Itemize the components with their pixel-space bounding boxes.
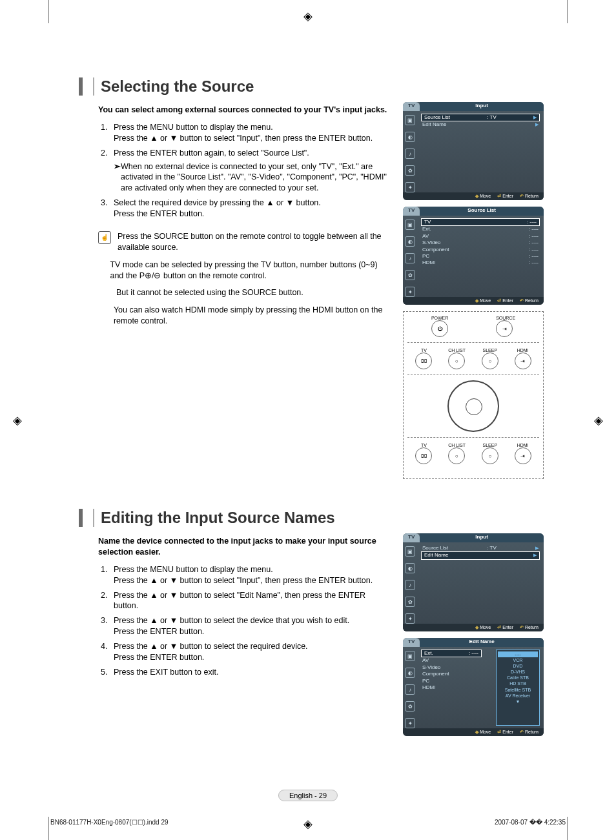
chlist-button-icon: ○ — [448, 353, 465, 369]
osd-row: Ext.: ---- — [421, 226, 540, 232]
osd-source-list-panel: TV Source List ▣◐♪✿✦ TV: ---- Ext.: ----… — [403, 207, 544, 305]
step-note: When no external device is connected to … — [121, 161, 391, 194]
registration-mark-top: ◈ — [303, 9, 313, 23]
osd-row-label: Ext. — [422, 226, 431, 232]
print-file-name: BN68-01177H-X0Eng-0807(☐☐).indd 29 — [50, 819, 169, 826]
step-text: Press the ENTER button. — [114, 627, 204, 636]
hdmi-button-icon: ⇥ — [515, 447, 531, 464]
step-text: Press the ▲ or ▼ button to select the de… — [114, 616, 349, 625]
remote-control-diagram: POWER⏻ SOURCE⇥ TV⌧ CH LIST○ SLEEP○ HDMI⇥… — [403, 311, 544, 479]
osd-row: Component: ---- — [421, 247, 540, 253]
osd-row-selected: Source List: TV▶ — [421, 114, 540, 121]
osd-hint-enter: Enter — [502, 298, 513, 303]
osd-row-selected: Ext.: ---- — [421, 650, 482, 657]
osd-row-label: S-Video — [422, 240, 440, 246]
arrow-right-icon: ▶ — [533, 114, 537, 121]
tv-button-icon: ⌧ — [415, 353, 432, 369]
steps-list: Press the MENU button to display the men… — [98, 564, 391, 678]
osd-dropdown-item: HD STB — [498, 681, 538, 686]
osd-title: Input — [420, 102, 544, 111]
remote-tip-text: But it cannot be selected using the SOUR… — [116, 287, 303, 298]
osd-tab: TV — [403, 638, 420, 647]
sleep-button-icon: ○ — [482, 353, 498, 369]
osd-row-selected: Edit Name▶ — [421, 551, 540, 559]
step-item: Press the EXIT button to exit. — [110, 667, 391, 678]
osd-row: AV — [421, 657, 482, 664]
page-number-badge: English - 29 — [278, 790, 338, 801]
section-accent-bar — [79, 509, 94, 527]
step-item: Press the ENTER button again, to select … — [110, 148, 391, 194]
osd-footer: ◆Move⏎Enter↶Return — [403, 624, 544, 631]
step-text: Select the required device by pressing t… — [114, 198, 321, 207]
osd-row-label: HDMI — [422, 684, 435, 691]
crop-mark — [48, 817, 49, 840]
print-timestamp: 2007-08-07 �� 4:22:35 — [495, 819, 566, 826]
remote-label-chlist: CH LIST — [448, 443, 466, 447]
remote-label-tv: TV — [415, 348, 432, 353]
osd-edit-name-panel: TV Edit Name ▣◐♪✿✦ Ext.: ---- AV S-Video… — [403, 638, 544, 736]
osd-row-label: Edit Name — [422, 121, 446, 128]
remote-navpad — [447, 380, 499, 432]
osd-row: HDMI: ---- — [421, 260, 540, 266]
osd-row-label: PC — [422, 253, 429, 260]
osd-category-icons: ▣◐♪✿✦ — [403, 216, 417, 297]
osd-hint-return: Return — [525, 730, 539, 734]
osd-hint-move: Move — [480, 730, 491, 734]
remote-tip-icon: ☝ — [98, 231, 111, 244]
osd-row-value: : ---- — [527, 219, 537, 225]
osd-category-icons: ▣◐♪✿✦ — [403, 111, 417, 192]
step-text: Press the MENU button to display the men… — [114, 123, 273, 132]
osd-row-value: : ---- — [529, 247, 539, 253]
step-item: Press the ▲ or ▼ button to select "Edit … — [110, 590, 391, 612]
osd-dropdown-item: VCR — [498, 657, 538, 663]
osd-row: S-Video — [421, 664, 482, 671]
osd-row: AV: ---- — [421, 233, 540, 240]
section-accent-bar — [79, 77, 94, 96]
osd-row: S-Video: ---- — [421, 240, 540, 246]
hdmi-button-icon: ⇥ — [515, 353, 531, 369]
step-item: Press the MENU button to display the men… — [110, 122, 391, 144]
section-title: Selecting the Source — [101, 77, 254, 96]
osd-hint-return: Return — [525, 194, 539, 198]
osd-row-label: AV — [422, 657, 429, 664]
osd-row-label: Edit Name — [424, 552, 448, 558]
osd-dropdown-item: Satellite STB — [498, 687, 538, 693]
crop-mark — [567, 0, 568, 23]
remote-tip-text: TV mode can be selected by pressing the … — [110, 260, 391, 282]
osd-dropdown: ---- VCR DVD D-VHS Cable STB HD STB Sate… — [496, 650, 540, 726]
step-text: Press the MENU button to display the men… — [114, 565, 273, 574]
step-text: Press the EXIT button to exit. — [114, 668, 218, 677]
osd-row-label: PC — [422, 678, 429, 684]
sleep-button-icon: ○ — [482, 447, 498, 464]
osd-footer: ◆Move⏎Enter↶Return — [403, 728, 544, 736]
registration-mark-left: ◈ — [13, 413, 22, 427]
step-text: Press the ENTER button again, to select … — [114, 149, 309, 158]
remote-label-sleep: SLEEP — [482, 348, 498, 353]
osd-row-label: Source List — [424, 114, 450, 121]
remote-label-source: SOURCE — [496, 316, 515, 320]
osd-row-label: Component — [422, 247, 449, 253]
osd-input-panel: TV Input ▣◐♪✿✦ Source List: TV▶ Edit Nam… — [403, 102, 544, 200]
osd-row-value: : ---- — [469, 650, 478, 657]
power-button-icon: ⏻ — [431, 320, 448, 337]
osd-row: PC: ---- — [421, 253, 540, 260]
osd-row-value: : ---- — [529, 226, 539, 232]
remote-label-hdmi: HDMI — [515, 443, 531, 447]
osd-row-value: : ---- — [529, 233, 539, 240]
osd-row-label: Component — [422, 671, 449, 677]
osd-row-label: Ext. — [424, 650, 433, 657]
osd-row-value: : TV — [487, 114, 497, 121]
step-item: Select the required device by pressing t… — [110, 198, 391, 220]
osd-input-panel-editname: TV Input ▣◐♪✿✦ Source List: TV▶ Edit Nam… — [403, 533, 544, 631]
step-item: Press the ▲ or ▼ button to select the de… — [110, 615, 391, 637]
osd-row: Source List: TV▶ — [421, 545, 540, 551]
osd-row-label: HDMI — [422, 260, 435, 266]
osd-title: Edit Name — [420, 638, 544, 647]
osd-dropdown-item: DVD — [498, 663, 538, 669]
osd-category-icons: ▣◐♪✿✦ — [403, 647, 417, 728]
osd-row-label: TV — [424, 219, 431, 225]
osd-row-value: : ---- — [529, 253, 539, 260]
remote-label-power: POWER — [431, 316, 448, 320]
osd-title: Input — [420, 533, 544, 542]
osd-row-label: S-Video — [422, 664, 440, 671]
